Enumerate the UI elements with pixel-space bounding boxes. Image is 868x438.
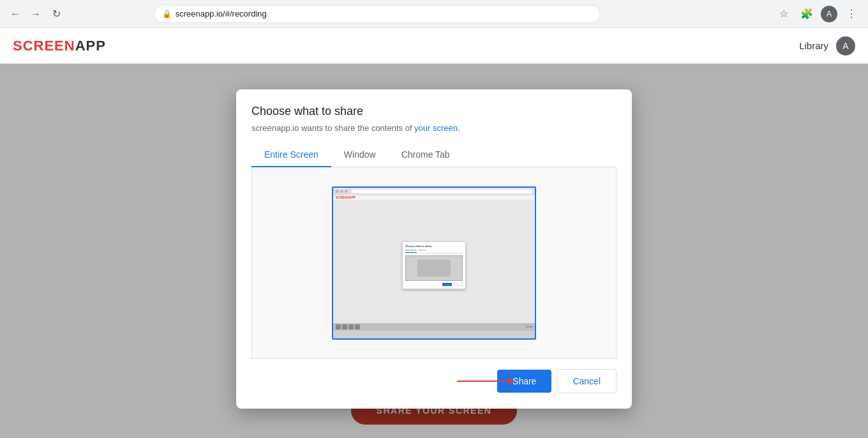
- header-profile-icon[interactable]: A: [836, 36, 855, 56]
- extensions-button[interactable]: 🧩: [798, 5, 816, 23]
- logo-app: APP: [75, 38, 106, 54]
- browser-profile-icon[interactable]: A: [821, 6, 837, 22]
- main-area: ⊞ Screen and Webcam ▼ 🔇 No Audio ▼ SHARE…: [0, 64, 868, 438]
- preview-top-nav: SCREENAPP: [333, 195, 535, 200]
- dialog-subtitle-link[interactable]: your screen: [414, 123, 458, 133]
- page-content: SCREENAPP Library A ⊞ Screen and Webcam …: [0, 28, 868, 438]
- library-link[interactable]: Library: [799, 40, 828, 51]
- preview-taskbar-icon-2: [342, 324, 347, 329]
- tab-entire-screen[interactable]: Entire Screen: [251, 143, 331, 167]
- preview-taskbar: 12:00: [333, 323, 535, 331]
- preview-screen-inner: [417, 260, 451, 277]
- preview-taskbar-icon-1: [336, 324, 341, 329]
- preview-tab-2: Window: [419, 249, 426, 253]
- dialog-overlay: Choose what to share screenapp.io wants …: [0, 64, 868, 438]
- preview-taskbar-icon-4: [355, 324, 360, 329]
- preview-nested-title: Choose what to share: [405, 245, 463, 248]
- preview-tab-1: Entire Screen: [405, 249, 417, 253]
- preview-dot-2: [340, 190, 343, 193]
- logo[interactable]: SCREENAPP: [13, 38, 106, 54]
- preview-content: Choose what to share Entire Screen Windo…: [333, 200, 535, 331]
- menu-button[interactable]: ⋮: [842, 5, 860, 23]
- preview-url-bar: [352, 190, 532, 193]
- forward-button[interactable]: →: [28, 6, 43, 22]
- dialog-subtitle: screenapp.io wants to share the contents…: [251, 123, 617, 133]
- preview-nested-dialog: Choose what to share Entire Screen Windo…: [402, 241, 466, 289]
- preview-screen-thumb: [405, 255, 463, 281]
- screen-preview-inner: SCREENAPP Choose what to share Entire Sc…: [333, 188, 535, 338]
- arrow-indicator: [457, 377, 514, 385]
- refresh-button[interactable]: ↻: [49, 6, 64, 22]
- browser-chrome-bar: ← → ↻ 🔒 screenapp.io/#/recording ☆ 🧩 A ⋮: [0, 0, 868, 28]
- arrow-head: [508, 377, 514, 385]
- top-bar-right: Library A: [799, 36, 855, 56]
- preview-logo: SCREENAPP: [336, 195, 355, 199]
- dialog-title: Choose what to share: [251, 105, 617, 118]
- preview-nested-tabs: Entire Screen Window: [405, 249, 463, 253]
- screen-preview-thumbnail: SCREENAPP Choose what to share Entire Sc…: [332, 186, 536, 340]
- dialog-preview[interactable]: SCREENAPP Choose what to share Entire Sc…: [251, 167, 617, 359]
- dialog-tabs: Entire Screen Window Chrome Tab: [251, 143, 617, 167]
- back-button[interactable]: ←: [8, 6, 23, 22]
- share-dialog: Choose what to share screenapp.io wants …: [236, 89, 632, 409]
- preview-taskbar-clock: 12:00: [526, 325, 532, 328]
- preview-share-btn: [442, 283, 452, 286]
- cancel-button[interactable]: Cancel: [557, 369, 617, 393]
- dialog-subtitle-text: screenapp.io wants to share the contents…: [251, 123, 414, 133]
- tab-chrome-tab[interactable]: Chrome Tab: [389, 143, 463, 167]
- preview-cancel-btn: [453, 283, 463, 286]
- preview-browser-bar: [333, 188, 535, 195]
- logo-screen: SCREEN: [13, 38, 75, 54]
- preview-buttons: [405, 283, 463, 286]
- dialog-footer: Share Cancel: [251, 359, 617, 393]
- preview-taskbar-icon-3: [348, 324, 354, 329]
- top-bar: SCREENAPP Library A: [0, 28, 868, 64]
- browser-actions: ☆ 🧩 A ⋮: [775, 5, 860, 23]
- url-text: screenapp.io/#/recording: [176, 9, 267, 19]
- preview-dot-1: [336, 190, 339, 193]
- tab-window[interactable]: Window: [331, 143, 389, 167]
- lock-icon: 🔒: [162, 10, 172, 19]
- arrow-line: [457, 381, 508, 382]
- address-bar[interactable]: 🔒 screenapp.io/#/recording: [154, 5, 601, 23]
- star-button[interactable]: ☆: [775, 5, 793, 23]
- preview-dot-3: [345, 190, 348, 193]
